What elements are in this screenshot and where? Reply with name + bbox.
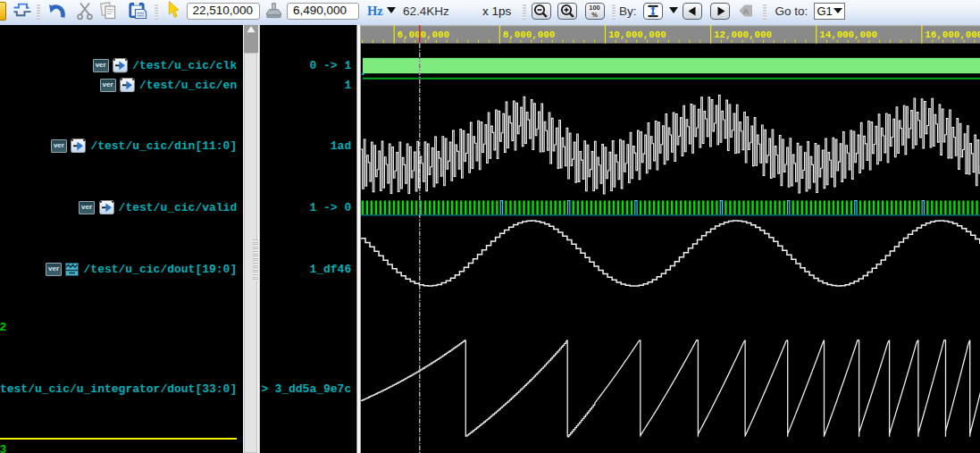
svg-text:10,000,000: 10,000,000 <box>608 29 666 40</box>
svg-text:A: A <box>743 6 750 16</box>
svg-text:16,000,000: 16,000,000 <box>925 29 980 40</box>
svg-text:8,000,000: 8,000,000 <box>503 29 555 40</box>
svg-text:14,000,000: 14,000,000 <box>819 29 877 40</box>
svg-text:12,000,000: 12,000,000 <box>714 29 772 40</box>
svg-text:6,000,000: 6,000,000 <box>398 29 449 40</box>
